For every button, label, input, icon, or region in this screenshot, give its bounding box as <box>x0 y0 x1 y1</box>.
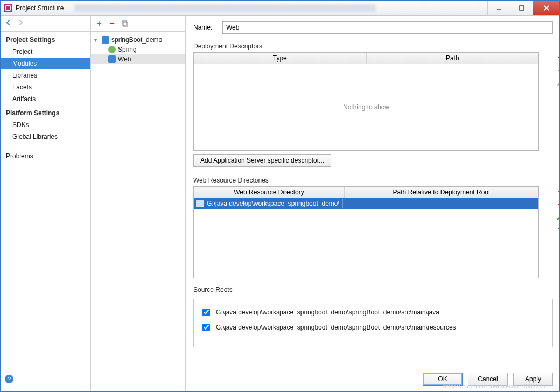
titlebar: Project Structure <box>1 1 559 16</box>
tree-label-web: Web <box>118 55 131 63</box>
remove-icon[interactable]: − <box>108 20 116 27</box>
deployment-empty: Nothing to show <box>194 64 538 150</box>
web-resource-title: Web Resource Directories <box>193 177 553 184</box>
app-icon <box>4 4 12 12</box>
blurred-context <box>74 4 376 12</box>
sidebar-item-problems[interactable]: Problems <box>1 150 90 162</box>
wrd-remove-icon[interactable]: − <box>556 200 559 208</box>
sidebar-item-modules[interactable]: Modules <box>1 58 90 69</box>
wrd-help-icon[interactable]: ? <box>556 226 559 234</box>
module-icon <box>102 36 109 44</box>
main: Project Settings Project Modules Librari… <box>1 16 559 391</box>
deployment-th-path[interactable]: Path <box>367 53 539 64</box>
caret-down-icon[interactable]: ▾ <box>94 37 100 43</box>
sidebar-item-project[interactable]: Project <box>1 46 90 58</box>
web-resource-row[interactable]: G:\java develop\workspace_springboot_dem… <box>194 198 538 209</box>
svg-rect-1 <box>520 6 524 10</box>
source-root-checkbox-1[interactable] <box>202 324 210 331</box>
source-roots-title: Source Roots <box>193 286 553 293</box>
web-resource-table: Web Resource Directory Path Relative to … <box>193 186 539 278</box>
tree-node-web[interactable]: Web <box>91 54 185 64</box>
left-sidebar: Project Settings Project Modules Librari… <box>1 16 91 391</box>
name-label: Name: <box>193 24 218 31</box>
name-input[interactable] <box>222 21 553 34</box>
web-resource-body: G:\java develop\workspace_springboot_dem… <box>194 198 538 278</box>
deployment-title: Deployment Descriptors <box>193 43 553 50</box>
maximize-button[interactable] <box>510 1 533 15</box>
copy-icon[interactable] <box>121 20 129 27</box>
web-resource-path: G:\java develop\workspace_springboot_dem… <box>207 200 339 207</box>
watermark: https://blog.csdn.net/weixin_40822477 <box>443 383 550 389</box>
wrd-th-dir[interactable]: Web Resource Directory <box>194 187 345 198</box>
source-roots-frame: G:\java develop\workspace_springboot_dem… <box>193 299 553 347</box>
wrd-add-icon[interactable]: + <box>556 187 559 195</box>
sidebar-item-global-libraries[interactable]: Global Libraries <box>1 131 90 143</box>
wrd-edit-icon[interactable] <box>556 213 559 221</box>
window-title: Project Structure <box>16 4 64 12</box>
sidebar-item-libraries[interactable]: Libraries <box>1 69 90 81</box>
content-panel: Name: Deployment Descriptors Type Path N… <box>186 16 559 391</box>
deployment-th-type[interactable]: Type <box>194 53 367 64</box>
sidebar-item-sdks[interactable]: SDKs <box>1 119 90 131</box>
tree-label-root: springBoot_demo <box>111 36 162 44</box>
svg-rect-5 <box>123 22 128 26</box>
web-icon <box>108 55 116 63</box>
module-tree: ▾ springBoot_demo Spring Web <box>91 32 185 67</box>
close-button[interactable] <box>533 1 559 15</box>
svg-rect-4 <box>122 21 127 25</box>
window-controls <box>487 1 559 15</box>
deployment-add-icon[interactable]: + <box>556 53 559 61</box>
wrd-side-actions: + − ? <box>555 187 559 234</box>
source-root-row[interactable]: G:\java develop\workspace_springboot_dem… <box>199 305 547 320</box>
deployment-remove-icon: − <box>556 66 559 74</box>
minimize-button[interactable] <box>487 1 510 15</box>
deployment-edit-icon <box>556 79 559 87</box>
wrd-th-rel[interactable]: Path Relative to Deployment Root <box>345 187 538 198</box>
web-resource-relative <box>342 199 536 208</box>
sidebar-item-artifacts[interactable]: Artifacts <box>1 93 90 105</box>
source-root-checkbox-0[interactable] <box>202 309 210 316</box>
nav-forward-icon[interactable] <box>17 19 24 28</box>
nav-back-icon[interactable] <box>5 19 12 28</box>
add-appserver-descriptor-button[interactable]: Add Application Server specific descript… <box>193 154 331 167</box>
source-root-label-1: G:\java develop\workspace_springboot_dem… <box>216 324 456 331</box>
tree-label-spring: Spring <box>118 46 137 53</box>
sidebar-item-facets[interactable]: Facets <box>1 81 90 93</box>
name-row: Name: <box>193 21 553 34</box>
add-icon[interactable]: + <box>95 20 103 27</box>
tree-node-root[interactable]: ▾ springBoot_demo <box>91 35 185 45</box>
folder-icon <box>196 200 204 207</box>
tree-toolbar: + − <box>91 16 185 32</box>
deployment-table: Type Path Nothing to show <box>193 52 539 151</box>
nav-arrows <box>1 16 90 32</box>
module-tree-panel: + − ▾ springBoot_demo Spring Web <box>91 16 186 391</box>
help-icon[interactable]: ? <box>5 375 13 383</box>
tree-node-spring[interactable]: Spring <box>91 45 185 54</box>
source-root-label-0: G:\java develop\workspace_springboot_dem… <box>216 309 439 316</box>
spring-icon <box>108 46 116 53</box>
source-root-row[interactable]: G:\java develop\workspace_springboot_dem… <box>199 320 547 335</box>
sidebar-section-project-settings: Project Settings <box>1 32 90 46</box>
deployment-side-actions: + − <box>555 53 559 87</box>
sidebar-section-platform-settings: Platform Settings <box>1 105 90 119</box>
